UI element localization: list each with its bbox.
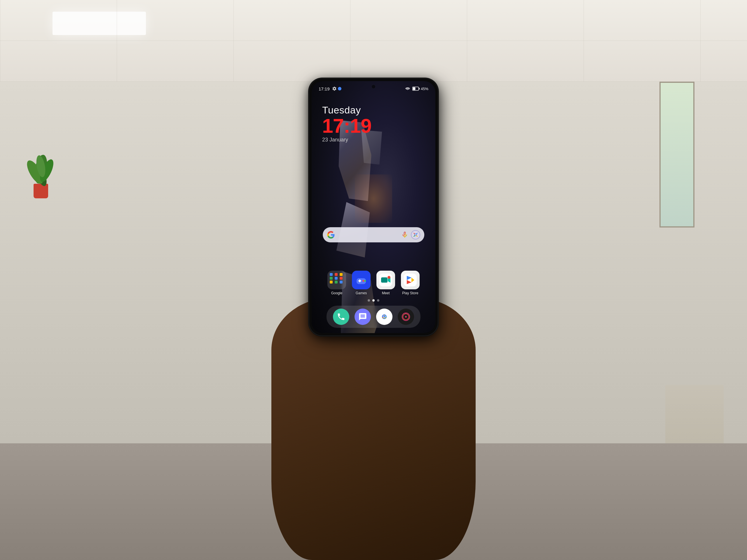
dock-messages-icon[interactable] [355,309,371,325]
games-icon[interactable] [352,271,370,289]
status-time: 17:19 [319,86,330,91]
games-app-label: Games [356,291,367,295]
clock-widget: Tuesday 17:19 23 January [322,104,371,143]
plant-left [23,140,58,198]
page-dot-2[interactable] [372,299,375,301]
google-app-label: Google [331,291,342,295]
google-lens-icon[interactable] [411,230,420,239]
clock-day: Tuesday [322,104,371,116]
playstore-app-label: Play Store [402,291,418,295]
phone-body: 17:19 [309,79,438,336]
clock-date: 23 January [322,137,371,143]
svg-rect-7 [419,88,420,89]
svg-rect-18 [387,276,390,279]
svg-point-26 [405,316,407,318]
status-icons [332,86,341,91]
svg-rect-19 [404,273,417,287]
hand-holding-phone: 17:19 [242,64,505,560]
page-indicator-dots [368,299,379,301]
svg-rect-6 [413,87,415,90]
gear-icon [332,86,337,91]
page-dot-3[interactable] [377,299,379,301]
clock-time: 17:19 [322,116,371,136]
front-camera [371,85,376,89]
hand [272,297,475,560]
app-dock [327,306,420,328]
app-grid: Google [327,271,420,295]
app-item-meet[interactable]: Meet [377,271,395,295]
mic-icon[interactable] [401,231,409,239]
app-item-google[interactable]: Google [327,271,346,295]
dock-camera-icon[interactable] [398,309,414,325]
dock-chrome-icon[interactable] [376,309,392,325]
meet-app-label: Meet [382,291,390,295]
status-bar-left: 17:19 [319,86,341,91]
window-right [660,82,694,228]
svg-point-27 [405,313,407,314]
battery-indicator: 45% [412,87,428,91]
svg-rect-12 [359,279,360,282]
app-item-games[interactable]: Games [352,271,370,295]
phone-screen: 17:19 [312,81,435,333]
google-search-bar[interactable] [323,227,424,242]
svg-point-13 [362,280,364,282]
google-g-icon [327,231,335,239]
status-bar: 17:19 [312,81,435,96]
svg-point-14 [364,280,366,282]
battery-icon [412,87,420,91]
meet-icon[interactable] [377,271,395,289]
app-item-playstore[interactable]: Play Store [401,271,420,295]
page-dot-1[interactable] [368,299,370,301]
svg-rect-16 [381,277,387,283]
svg-point-23 [383,316,385,318]
playstore-icon[interactable] [401,271,420,289]
phone-wrapper: 17:19 [309,79,438,336]
wifi-icon [405,87,411,91]
dock-phone-icon[interactable] [333,309,349,325]
notification-dot [338,87,341,90]
battery-percent: 45% [421,87,428,91]
status-bar-right: 45% [405,87,428,91]
google-folder-icon[interactable] [327,271,346,289]
